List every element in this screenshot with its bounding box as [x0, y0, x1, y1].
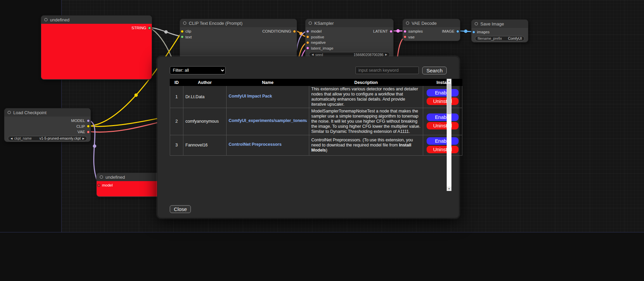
output-slot-dot-IMAGE[interactable] [456, 30, 459, 33]
uninstall-button[interactable]: Uninstall [427, 146, 459, 153]
output-slot-label: VAE [78, 130, 85, 134]
input-slot-label: model [102, 183, 113, 187]
node-title-bar[interactable]: undefined [41, 16, 152, 24]
input-slot-dot-latent_image[interactable] [306, 47, 309, 50]
widget-ckpt_name[interactable]: ◀ckpt_namev1-5-pruned-emaonly.ckpt▶ [8, 136, 87, 141]
stepper-left-arrow-icon[interactable]: ◀ [11, 137, 13, 140]
extensions-table: IDAuthorNameDescriptionInstall 1Dr.Lt.Da… [170, 79, 462, 156]
enable-button[interactable]: Enable [427, 113, 459, 121]
wire-midpoint-dot-image-to-images[interactable] [464, 30, 467, 33]
stepper-right-arrow-icon[interactable]: ▶ [385, 53, 387, 56]
wire-midpoint-dot-checkpoint-clip-to-clip[interactable] [134, 93, 138, 97]
wire-string-to-text[interactable] [149, 28, 182, 37]
node-body: STRING [41, 24, 152, 79]
canvas-bottom-boundary [0, 232, 644, 281]
output-slot-dot-LATENT[interactable] [390, 30, 393, 33]
node-collapse-dot-icon[interactable] [406, 21, 409, 25]
node-title-bar[interactable]: CLIP Text Encode (Prompt) [180, 19, 297, 27]
wire-midpoint-dot-string-to-text[interactable] [164, 30, 168, 34]
node-body: MODELCLIPVAE◀ckpt_namev1-5-pruned-emaonl… [4, 117, 90, 141]
search-button[interactable]: Search [422, 67, 447, 74]
input-slot: vae [404, 35, 415, 39]
node-collapse-dot-icon[interactable] [44, 18, 48, 21]
node-collapse-dot-icon[interactable] [309, 21, 312, 25]
output-slot-dot-STRING[interactable] [148, 27, 151, 30]
wire-midpoint-dot-conditioning-to-positive[interactable] [299, 32, 303, 35]
output-slot-dot-CLIP[interactable] [87, 125, 90, 128]
node-collapse-dot-icon[interactable] [7, 111, 11, 114]
node-undefined-top[interactable]: undefinedSTRING [41, 15, 152, 80]
node-collapse-dot-icon[interactable] [475, 22, 478, 25]
input-slot-dot-vae[interactable] [403, 35, 407, 38]
scrollbar-thumb[interactable] [447, 84, 451, 114]
wire-midpoint-dot-checkpoint-model-to-model[interactable] [93, 144, 96, 148]
stepper-right-arrow-icon[interactable]: ▶ [82, 137, 84, 140]
enable-button[interactable]: Enable [427, 89, 459, 96]
search-input[interactable] [356, 67, 419, 74]
node-vae-decode[interactable]: VAE DecodesamplesIMAGEvae [402, 19, 460, 41]
wire-midpoint-dot-latent-to-samples[interactable] [396, 29, 400, 33]
node-save-image[interactable]: Save Imageimagesfilename_prefixComfyUI [471, 19, 528, 42]
input-slot-dot-model[interactable] [306, 30, 309, 33]
uninstall-button[interactable]: Uninstall [427, 98, 459, 105]
scrollbar[interactable]: ▲ ▼ [447, 79, 451, 191]
input-slot-dot-text[interactable] [181, 35, 184, 38]
stepper-left-arrow-icon[interactable]: ◀ [312, 53, 314, 56]
input-slot: negative [307, 40, 326, 45]
widget-value: ComfyUI [508, 36, 522, 40]
input-slot-label: latent_image [311, 46, 333, 50]
node-title-bar[interactable]: Save Image [472, 20, 528, 28]
filter-select[interactable]: Filter: all [170, 66, 226, 74]
input-slot-label: images [477, 30, 490, 34]
cell-author: comfyanonymous [183, 108, 227, 135]
cell-author: Fannovel16 [183, 135, 227, 156]
input-slot-label: negative [311, 40, 326, 45]
output-slot: STRING [132, 26, 151, 30]
node-title-text: undefined [105, 175, 125, 180]
cell-name: ControlNet Preprocessors [227, 135, 309, 156]
node-ksampler[interactable]: KSamplermodelLATENTpositivenegativelaten… [305, 19, 394, 59]
node-undefined-bottom[interactable]: undefinedmodel [96, 173, 160, 197]
uninstall-button[interactable]: Uninstall [427, 122, 459, 129]
node-title-bar[interactable]: VAE Decode [403, 19, 460, 27]
output-slot-dot-MODEL[interactable] [87, 119, 90, 122]
cell-description: ModelSamplerTonemapNoiseTest a node that… [309, 108, 423, 135]
input-slot-dot-images[interactable] [472, 31, 475, 34]
scrollbar-up-arrow-icon[interactable]: ▲ [447, 79, 451, 83]
input-slot-dot-clip[interactable] [181, 30, 184, 33]
slot-row: latent_image [306, 46, 393, 51]
input-slot: samples [404, 29, 423, 33]
output-slot-label: STRING [132, 26, 146, 30]
input-slot-dot-samples[interactable] [403, 30, 407, 33]
extension-link[interactable]: ControlNet Preprocessors [229, 142, 282, 147]
scrollbar-down-arrow-icon[interactable]: ▼ [447, 187, 451, 191]
node-title-bar[interactable]: undefined [97, 173, 159, 181]
node-title-bar[interactable]: KSampler [306, 19, 393, 27]
input-slot: positive [307, 35, 324, 39]
output-slot-label: MODEL [71, 119, 85, 123]
extension-link[interactable]: ComfyUI_experiments/sampler_tonemap [229, 118, 307, 123]
node-title-bar[interactable]: Load Checkpoint [4, 108, 90, 117]
dialog-toolbar: Filter: all Search [170, 66, 447, 74]
node-collapse-dot-icon[interactable] [100, 175, 103, 179]
enable-button[interactable]: Enable [427, 137, 459, 145]
output-slot-dot-CONDITIONING[interactable] [293, 30, 296, 33]
node-title-text: CLIP Text Encode (Prompt) [189, 21, 243, 26]
node-load-checkpoint[interactable]: Load CheckpointMODELCLIPVAE◀ckpt_namev1-… [4, 108, 91, 142]
input-slot-dot-model[interactable] [97, 184, 100, 187]
node-body: imagesfilename_prefixComfyUI [472, 28, 528, 42]
slot-row: model [97, 182, 159, 188]
slot-row: vae [403, 34, 460, 40]
widget-label: seed [315, 53, 323, 57]
output-slot-dot-VAE[interactable] [87, 130, 90, 134]
slot-row: MODEL [4, 118, 90, 124]
extension-link[interactable]: ComfyUI Impact Pack [229, 94, 272, 99]
input-slot-dot-positive[interactable] [306, 35, 309, 38]
node-collapse-dot-icon[interactable] [183, 21, 186, 25]
input-slot-dot-negative[interactable] [306, 41, 309, 44]
close-button[interactable]: Close [170, 205, 191, 213]
input-slot-label: positive [311, 35, 324, 39]
toolbar-right: Search [356, 67, 447, 74]
widget-value: 156680208700286 [354, 53, 384, 57]
widget-filename_prefix[interactable]: filename_prefixComfyUI [475, 36, 525, 41]
